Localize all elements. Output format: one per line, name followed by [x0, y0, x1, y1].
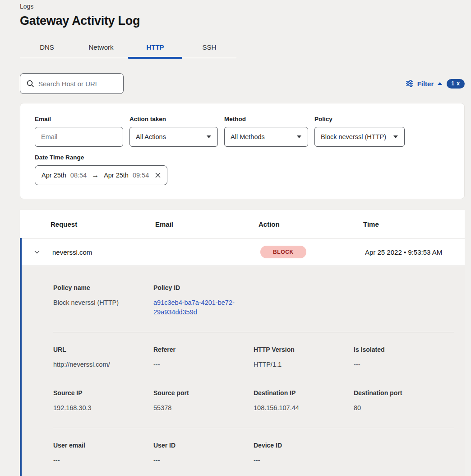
action-select-value: All Actions	[136, 133, 166, 140]
destination-ip-label: Destination IP	[254, 389, 354, 397]
source-port-group: Source port 55378	[153, 389, 254, 413]
source-port-label: Source port	[153, 389, 254, 397]
end-time: 09:54	[133, 172, 149, 179]
tab-bar: DNS Network HTTP SSH	[20, 38, 236, 58]
policy-field-group: Policy Block neverssl (HTTP)	[314, 116, 405, 147]
source-ip-group: Source IP 192.168.30.3	[53, 389, 153, 413]
user-id-group: User ID ---	[153, 442, 254, 465]
start-date: Apr 25th	[42, 172, 66, 179]
destination-port-group: Destination port 80	[354, 389, 454, 413]
email-label: Email	[35, 116, 123, 122]
destination-ip-value: 108.156.107.44	[254, 403, 354, 413]
column-header-time: Time	[363, 220, 465, 228]
user-email-value: ---	[53, 456, 153, 465]
source-ip-value: 192.168.30.3	[53, 403, 153, 413]
policy-name-group: Policy name Block neverssl (HTTP)	[53, 284, 153, 317]
email-input-wrap	[35, 127, 123, 147]
chevron-down-icon	[296, 135, 302, 139]
filter-controls: Filter 1 x	[406, 79, 465, 89]
table-row[interactable]: neverssl.com BLOCK Apr 25 2022 • 9:53:53…	[22, 238, 465, 266]
http-version-value: HTTP/1.1	[254, 360, 354, 369]
device-id-group: Device ID ---	[254, 442, 354, 465]
arrow-right-icon: →	[91, 171, 100, 179]
user-section: User email --- User ID --- Device ID ---	[53, 428, 454, 476]
filter-count-badge[interactable]: 1 x	[447, 79, 465, 89]
search-input[interactable]	[38, 80, 115, 88]
action-select[interactable]: All Actions	[129, 127, 218, 147]
filter-label: Filter	[417, 80, 434, 88]
chevron-down-icon	[206, 135, 212, 139]
tab-http[interactable]: HTTP	[128, 38, 182, 58]
http-version-label: HTTP Version	[254, 346, 354, 353]
expanded-row-wrap: neverssl.com BLOCK Apr 25 2022 • 9:53:53…	[20, 238, 465, 476]
filter-panel: Email Action taken All Actions Method Al…	[20, 103, 465, 199]
chevron-up-icon	[437, 82, 443, 85]
method-field-group: Method All Methods	[224, 116, 308, 147]
policy-label: Policy	[314, 116, 405, 122]
user-id-value: ---	[153, 456, 254, 465]
date-range-label: Date Time Range	[35, 154, 450, 161]
action-taken-label: Action taken	[129, 116, 218, 122]
date-range-field-group: Date Time Range Apr 25th 08:54 → Apr 25t…	[35, 154, 450, 185]
column-header-email: Email	[155, 220, 259, 228]
destination-port-label: Destination port	[354, 389, 454, 397]
activity-table: Request Email Action Time neverssl.com B…	[20, 210, 465, 476]
http-version-group: HTTP Version HTTP/1.1	[254, 346, 354, 369]
chevron-down-icon	[33, 248, 41, 256]
user-email-label: User email	[53, 442, 153, 449]
row-detail-panel: Policy name Block neverssl (HTTP) Policy…	[22, 266, 465, 476]
url-value: http://neverssl.com/	[53, 360, 153, 369]
is-isolated-group: Is Isolated ---	[354, 346, 454, 369]
policy-select[interactable]: Block neverssl (HTTP)	[314, 127, 405, 147]
device-id-value: ---	[254, 456, 354, 465]
source-port-value: 55378	[153, 403, 254, 413]
policy-id-label: Policy ID	[153, 284, 254, 291]
block-status-badge: BLOCK	[260, 246, 306, 258]
table-header-row: Request Email Action Time	[20, 210, 465, 238]
column-header-request: Request	[51, 220, 155, 228]
source-ip-label: Source IP	[53, 389, 153, 397]
filter-toggle-button[interactable]: Filter	[406, 80, 443, 88]
policy-select-value: Block neverssl (HTTP)	[321, 133, 386, 140]
page-title: Gateway Activity Log	[20, 14, 465, 28]
tab-ssh[interactable]: SSH	[182, 38, 236, 58]
url-label: URL	[53, 346, 153, 353]
referer-group: Referer ---	[153, 346, 254, 369]
is-isolated-value: ---	[354, 360, 454, 369]
chevron-down-icon	[393, 135, 398, 139]
method-select-value: All Methods	[231, 133, 265, 140]
user-email-group: User email ---	[53, 442, 153, 465]
end-date: Apr 25th	[104, 172, 129, 179]
filter-sliders-icon	[406, 80, 414, 87]
method-select[interactable]: All Methods	[224, 127, 308, 147]
tab-dns[interactable]: DNS	[20, 38, 74, 58]
policy-id-link[interactable]: a91c3eb4-ba7a-4201-be72-29a934dd359d	[153, 298, 254, 317]
email-input[interactable]	[41, 133, 117, 140]
url-group: URL http://neverssl.com/	[53, 346, 153, 369]
search-box[interactable]	[20, 73, 124, 94]
policy-name-value: Block neverssl (HTTP)	[53, 298, 153, 308]
page-content: Logs Gateway Activity Log DNS Network HT…	[0, 0, 471, 476]
request-section: URL http://neverssl.com/ Referer --- HTT…	[53, 332, 454, 428]
row-time: Apr 25 2022 • 9:53:53 AM	[365, 248, 465, 256]
referer-value: ---	[153, 360, 254, 369]
device-id-label: Device ID	[254, 442, 354, 449]
referer-label: Referer	[153, 346, 254, 353]
action-field-group: Action taken All Actions	[129, 116, 218, 147]
destination-port-value: 80	[354, 403, 454, 413]
destination-ip-group: Destination IP 108.156.107.44	[254, 389, 354, 413]
breadcrumb: Logs	[20, 3, 465, 10]
filter-fields-row: Email Action taken All Actions Method Al…	[35, 116, 450, 147]
row-expander[interactable]	[22, 248, 52, 256]
policy-name-label: Policy name	[53, 284, 153, 291]
email-field-group: Email	[35, 116, 123, 147]
is-isolated-label: Is Isolated	[354, 346, 454, 353]
row-request: neverssl.com	[52, 248, 157, 256]
policy-id-group: Policy ID a91c3eb4-ba7a-4201-be72-29a934…	[153, 284, 254, 317]
policy-section: Policy name Block neverssl (HTTP) Policy…	[53, 266, 454, 332]
date-range-picker[interactable]: Apr 25th 08:54 → Apr 25th 09:54	[35, 165, 167, 185]
clear-date-icon[interactable]	[155, 173, 161, 178]
column-header-action: Action	[259, 220, 363, 228]
method-label: Method	[224, 116, 308, 122]
tab-network[interactable]: Network	[74, 38, 128, 58]
